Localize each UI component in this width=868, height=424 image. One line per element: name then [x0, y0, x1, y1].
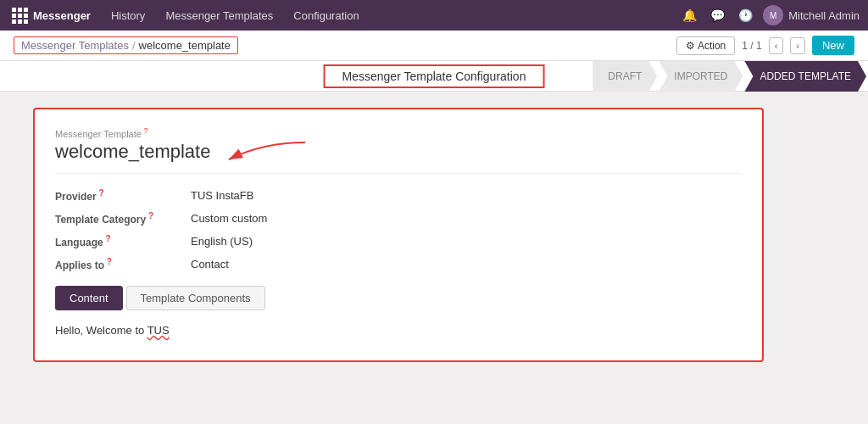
action-button[interactable]: ⚙ Action	[676, 36, 735, 55]
nav-right: 🔔 💬 🕐 M Mitchell Admin	[679, 5, 860, 25]
user-menu[interactable]: M Mitchell Admin	[763, 5, 860, 25]
nav-messenger-templates[interactable]: Messenger Templates	[157, 0, 281, 31]
tabs-bar: Content Template Components	[55, 286, 742, 310]
main-content: Messenger Template ? welcome_template Pr…	[0, 92, 868, 424]
prev-button[interactable]: ‹	[769, 37, 784, 54]
form-title-section: Messenger Template ? welcome_template	[55, 126, 742, 174]
template-category-label: Template Category ?	[55, 211, 191, 226]
stage-imported: IMPORTED	[659, 61, 743, 92]
stage-added-template: ADDED TEMPLATE	[744, 61, 866, 92]
nav-configuration[interactable]: Configuration	[285, 0, 367, 31]
user-name: Mitchell Admin	[788, 9, 860, 22]
chat-icon[interactable]: 💬	[707, 8, 728, 22]
bell-icon[interactable]: 🔔	[679, 8, 700, 22]
applies-to-value: Contact	[191, 256, 742, 272]
page-counter: 1 / 1	[742, 40, 761, 52]
content-area: Hello, Welcome to TUS	[55, 321, 742, 340]
provider-value: TUS InstaFB	[191, 187, 742, 204]
template-name-label: Messenger Template ?	[55, 126, 742, 139]
annotation-arrow	[212, 134, 314, 176]
breadcrumb-bar: Messenger Templates / welcome_template ⚙…	[0, 31, 868, 61]
spell-checked-word: TUS	[147, 324, 170, 337]
template-category-value: Custom custom	[191, 210, 742, 226]
breadcrumb: Messenger Templates / welcome_template	[14, 36, 238, 54]
new-button[interactable]: New	[812, 36, 854, 55]
nav-history[interactable]: History	[103, 0, 153, 31]
top-navigation: Messenger History Messenger Templates Co…	[0, 0, 868, 31]
breadcrumb-actions: ⚙ Action 1 / 1 ‹ › New	[676, 36, 854, 55]
provider-label: Provider ?	[55, 188, 191, 203]
clock-icon[interactable]: 🕐	[735, 8, 756, 22]
language-label: Language ?	[55, 234, 191, 248]
app-name: Messenger	[33, 9, 91, 22]
language-value: English (US)	[191, 233, 742, 249]
breadcrumb-current: welcome_template	[139, 39, 231, 52]
tab-content[interactable]: Content	[55, 286, 123, 310]
status-stages: DRAFT IMPORTED ADDED TEMPLATE	[593, 61, 868, 92]
form-fields: Provider ? TUS InstaFB Template Category…	[55, 187, 742, 272]
breadcrumb-separator: /	[132, 39, 136, 52]
tab-template-components[interactable]: Template Components	[126, 286, 265, 310]
annotation-title: Messenger Template Configuration	[324, 64, 545, 88]
applies-to-label: Applies to ?	[55, 257, 191, 271]
breadcrumb-parent[interactable]: Messenger Templates	[21, 39, 129, 52]
status-bar: Messenger Template Configuration DRAFT I…	[0, 61, 868, 92]
app-logo[interactable]: Messenger	[8, 8, 99, 24]
form-card: Messenger Template ? welcome_template Pr…	[34, 109, 763, 361]
template-name-value: welcome_template	[55, 141, 742, 163]
nav-left: Messenger History Messenger Templates Co…	[8, 0, 368, 31]
grid-icon	[12, 8, 28, 24]
next-button[interactable]: ›	[790, 37, 805, 54]
avatar: M	[763, 5, 783, 25]
content-text: Hello, Welcome to TUS	[55, 324, 170, 337]
stage-draft: DRAFT	[593, 61, 657, 92]
